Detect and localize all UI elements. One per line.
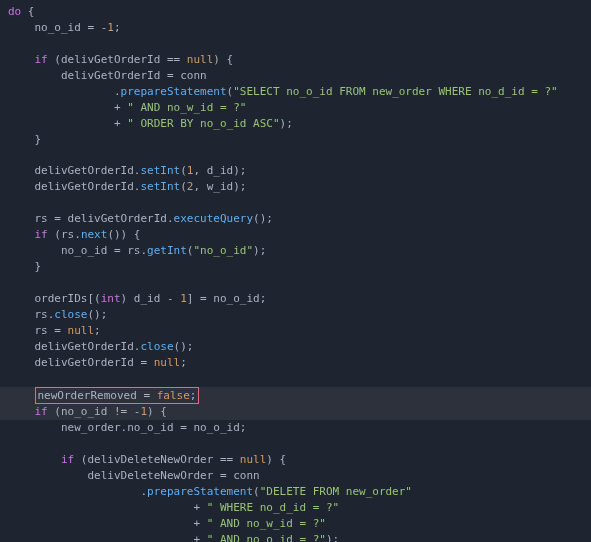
code-line: new_order.no_o_id = no_o_id; [0, 420, 591, 436]
code-line: no_o_id = rs.getInt("no_o_id"); [0, 243, 591, 259]
code-line [0, 36, 591, 52]
code-line: rs = null; [0, 323, 591, 339]
code-line: delivGetOrderId = null; [0, 355, 591, 371]
sql-string: " WHERE no_d_id = ?" [207, 501, 339, 514]
sql-string: "SELECT no_o_id FROM new_order WHERE no_… [233, 85, 558, 98]
code-line [0, 371, 591, 387]
code-editor[interactable]: do { no_o_id = -1; if (delivGetOrderId =… [0, 4, 591, 542]
code-line: no_o_id = -1; [0, 20, 591, 36]
bool-false: false [157, 389, 190, 402]
code-line: if (delivGetOrderId == null) { [0, 52, 591, 68]
code-line: do { [0, 4, 591, 20]
code-line [0, 436, 591, 452]
sql-string: " AND no_w_id = ?" [127, 101, 246, 114]
code-line: delivDeleteNewOrder = conn [0, 468, 591, 484]
code-line: orderIDs[(int) d_id - 1] = no_o_id; [0, 291, 591, 307]
code-line: + " AND no_o_id = ?"); [0, 532, 591, 542]
code-line: + " ORDER BY no_o_id ASC"); [0, 116, 591, 132]
code-line: .prepareStatement("DELETE FROM new_order… [0, 484, 591, 500]
code-line: if (delivDeleteNewOrder == null) { [0, 452, 591, 468]
code-line: rs = delivGetOrderId.executeQuery(); [0, 211, 591, 227]
code-line: .prepareStatement("SELECT no_o_id FROM n… [0, 84, 591, 100]
code-line: if (rs.next()) { [0, 227, 591, 243]
code-line: + " AND no_w_id = ?" [0, 516, 591, 532]
code-line [0, 147, 591, 163]
highlight-box: newOrderRemoved = false; [35, 387, 200, 405]
sql-string: "DELETE FROM new_order" [260, 485, 412, 498]
code-line: delivGetOrderId.close(); [0, 339, 591, 355]
code-line [0, 275, 591, 291]
code-line [0, 195, 591, 211]
code-line: rs.close(); [0, 307, 591, 323]
code-line: delivGetOrderId.setInt(2, w_id); [0, 179, 591, 195]
highlighted-line: newOrderRemoved = false; [0, 387, 591, 405]
code-line: if (no_o_id != -1) { [0, 404, 591, 420]
code-line: + " AND no_w_id = ?" [0, 100, 591, 116]
sql-string: " AND no_w_id = ?" [207, 517, 326, 530]
sql-string: " ORDER BY no_o_id ASC" [127, 117, 279, 130]
code-line: delivGetOrderId.setInt(1, d_id); [0, 163, 591, 179]
sql-string: " AND no_o_id = ?" [207, 533, 326, 542]
code-line: delivGetOrderId = conn [0, 68, 591, 84]
code-line: } [0, 259, 591, 275]
code-line: } [0, 132, 591, 148]
code-line: + " WHERE no_d_id = ?" [0, 500, 591, 516]
